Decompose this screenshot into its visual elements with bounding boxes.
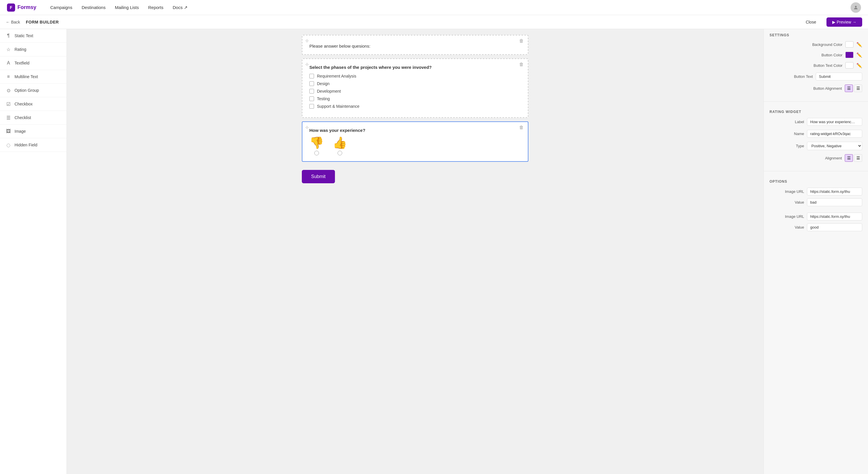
main-layout: ¶ Static Text ☆ Rating A Textfield ≡ Mul… [0,29,868,474]
rating-radio-bad[interactable] [314,151,319,155]
nav-reports[interactable]: Reports [148,5,163,10]
checkbox-option-3: Development [309,89,521,94]
option2-url-row: Image URL [770,213,862,220]
avatar[interactable] [850,2,861,13]
checkbox-option-1: Requirement Analysis [309,74,521,78]
checkbox-option-4: Testing [309,96,521,101]
drag-handle[interactable]: ⊹ [305,38,309,43]
option1-url-row: Image URL [770,188,862,195]
sidebar-item-multiline-text[interactable]: ≡ Multiline Text [0,70,66,84]
btn-text-color-swatch[interactable] [845,62,854,68]
widget-label-row: Label [770,118,862,126]
btn-align-label: Button Alignment [807,86,842,91]
thumbs-up-icon: 👍 [333,137,347,149]
drag-handle-3[interactable]: ⊹ [305,125,309,130]
rating-option-bad: 👎 [309,137,324,155]
rw-align-right-button[interactable]: ☰ [854,154,862,162]
multiline-icon: ≡ [6,74,11,79]
rw-label-label: Label [781,120,804,124]
rating-options: 👎 👍 [309,137,521,155]
submit-button[interactable]: Submit [302,170,335,183]
top-nav: F Formsy Campaigns Destinations Mailing … [0,0,868,15]
bg-color-label: Background Color [808,42,842,47]
checkbox-input-1[interactable] [309,74,314,78]
sidebar-item-textfield[interactable]: A Textfield [0,56,66,70]
form-container: ⊹ 🗑 Please answer below quesions: ⊹ 🗑 Se… [302,35,528,183]
btn-align-row: Button Alignment ☰ ☰ [770,85,862,92]
align-left-button[interactable]: ☰ [845,85,853,92]
checkbox-label-3: Development [317,89,341,94]
checkbox-label-4: Testing [317,96,330,101]
rating-widget-section: RATING WIDGET Label Name Type Positive, … [764,106,868,170]
checkbox-label-5: Support & Maintenance [317,104,359,108]
sidebar-item-option-group[interactable]: ⊙ Option Group [0,84,66,97]
rw-name-label: Name [781,132,804,136]
rw-align-left-button[interactable]: ☰ [845,154,853,162]
thumbs-down-icon: 👎 [309,137,324,149]
sidebar-item-image[interactable]: 🖼 Image [0,125,66,138]
option2-value-input[interactable] [807,223,862,231]
delete-block-1[interactable]: 🗑 [519,38,524,43]
left-sidebar: ¶ Static Text ☆ Rating A Textfield ≡ Mul… [0,29,67,474]
preview-button[interactable]: ▶ Preview → [827,18,862,27]
svg-point-0 [855,6,857,7]
btn-text-color-picker-icon[interactable]: ✏️ [857,63,862,68]
back-button[interactable]: ← Back [6,20,20,24]
checkbox-input-5[interactable] [309,104,314,108]
btn-color-picker-icon[interactable]: ✏️ [857,52,862,58]
form-block-static-text[interactable]: ⊹ 🗑 Please answer below quesions: [302,35,528,55]
rw-type-label: Type [781,144,804,148]
rw-align-label: Alignment [818,156,842,160]
rw-label-input[interactable] [807,118,862,126]
rating-radio-good[interactable] [338,151,342,155]
nav-docs[interactable]: Docs ↗ [173,5,188,10]
close-button[interactable]: Close [801,18,821,26]
btn-color-row: Button Color ✏️ [770,52,862,58]
rating-question: How was your experience? [309,128,521,133]
rw-name-input[interactable] [807,130,862,138]
btn-color-swatch[interactable] [845,52,854,58]
image-icon: 🖼 [6,129,11,134]
sidebar-item-checkbox[interactable]: ☑ Checkbox [0,97,66,111]
checkbox-option-2: Design [309,81,521,86]
option2-value-label: Value [781,225,804,229]
form-block-rating[interactable]: ⊹ 🗑 How was your experience? 👎 👍 [302,121,528,162]
delete-block-3[interactable]: 🗑 [519,125,524,130]
star-icon: ☆ [6,47,11,52]
nav-campaigns[interactable]: Campaigns [50,5,72,10]
bg-color-swatch[interactable] [845,41,854,48]
align-right-button[interactable]: ☰ [854,85,862,92]
sidebar-item-hidden-field[interactable]: ◌ Hidden Field [0,138,66,152]
sidebar-item-static-text[interactable]: ¶ Static Text [0,29,66,43]
settings-title: SETTINGS [770,33,862,37]
rating-widget-title: RATING WIDGET [770,110,862,114]
nav-mailing-lists[interactable]: Mailing Lists [115,5,139,10]
option2-value-row: Value [770,223,862,231]
delete-block-2[interactable]: 🗑 [519,62,524,67]
form-block-checkbox[interactable]: ⊹ 🗑 Select the phases of the projects wh… [302,58,528,118]
drag-handle-2[interactable]: ⊹ [305,62,309,66]
checkbox-input-4[interactable] [309,96,314,101]
checkbox-question: Select the phases of the projects where … [309,65,521,70]
option1-value-row: Value [770,198,862,206]
rw-type-select[interactable]: Positive, Negative [807,142,862,150]
sidebar-item-checklist[interactable]: ☰ Checklist [0,111,66,125]
option2-url-label: Image URL [781,214,804,219]
options-title: OPTIONS [770,180,862,184]
static-text-content: Please answer below quesions: [309,41,521,49]
bg-color-picker-icon[interactable]: ✏️ [857,42,862,48]
option2-url-input[interactable] [807,213,862,220]
builder-toolbar: ← Back FORM BUILDER Close ▶ Preview → [0,15,868,29]
builder-title: FORM BUILDER [26,20,59,24]
option1-url-input[interactable] [807,188,862,195]
nav-destinations[interactable]: Destinations [82,5,106,10]
widget-alignment-row: Alignment ☰ ☰ [770,154,862,162]
option1-value-input[interactable] [807,198,862,206]
bg-color-row: Background Color ✏️ [770,41,862,48]
checkbox-input-2[interactable] [309,81,314,86]
logo[interactable]: F Formsy [7,3,36,11]
btn-color-label: Button Color [808,53,842,57]
sidebar-item-rating[interactable]: ☆ Rating [0,43,66,56]
checkbox-input-3[interactable] [309,89,314,94]
btn-text-input[interactable] [816,73,862,81]
